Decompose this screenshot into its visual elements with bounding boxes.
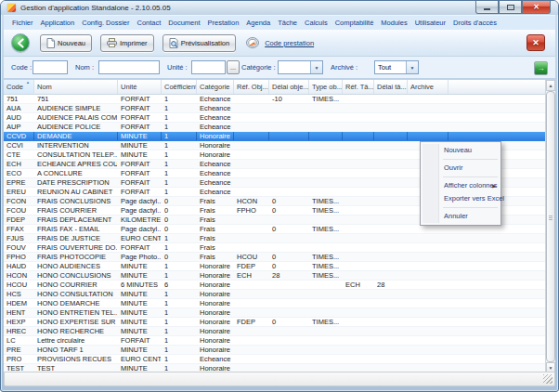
table-row[interactable]: AUA AUDIENCE SIMPLE FORFAIT 1 Echeance xyxy=(4,104,545,113)
cell-type-obj xyxy=(309,104,343,112)
table-row[interactable]: AUD AUDIENCE PALAIS COM... FORFAIT 1 Ech… xyxy=(4,113,545,123)
context-menu-item[interactable]: Exporter vers Excel ▶ xyxy=(421,192,500,205)
menubar-item[interactable]: Tâche xyxy=(274,19,301,27)
column-header[interactable]: Type ob... xyxy=(309,80,343,94)
cell-ref-tache xyxy=(343,150,374,159)
menubar-item[interactable]: Document xyxy=(164,19,203,27)
cell-nom: HONO DEMARCHE xyxy=(34,299,118,307)
table-row[interactable]: HEXP HONO EXPERTISE SUR ... MINUTE 1 Hon… xyxy=(4,318,545,327)
cell-code: FDEP xyxy=(4,216,34,224)
menubar-item[interactable]: Comptabilité xyxy=(332,19,378,27)
print-preview-icon xyxy=(169,38,178,48)
cell-delai-obj: 0 xyxy=(269,262,309,270)
code-prestation-link[interactable]: Code prestation xyxy=(265,39,314,47)
table-row[interactable]: FJUS FRAIS DE JUSTICE EURO CENT 1 Frais xyxy=(4,234,545,243)
menubar-item[interactable]: Application xyxy=(37,19,79,27)
context-menu-item[interactable]: Nouveau ▶ xyxy=(421,144,500,157)
table-row[interactable]: HCS HONO CONSULTATION MINUTE 1 Honoraire xyxy=(4,290,545,299)
table-row[interactable]: FOUV FRAIS OUVERTURE DO... FORFAIT 1 Fra… xyxy=(4,243,545,253)
table-row[interactable]: PRE HONO TARF 1 MINUTE 1 Honoraire xyxy=(4,346,545,355)
table-row[interactable]: HAUD HONO AUDIENCES MINUTE 1 Honoraire F… xyxy=(4,262,545,271)
cell-delai-obj xyxy=(269,132,309,140)
table-row[interactable]: CCVD DEMANDE MINUTE 1 Honoraire xyxy=(4,132,545,141)
cell-type-obj: TIMES... xyxy=(309,206,343,215)
close-panel-button[interactable]: ✕ xyxy=(526,34,545,51)
minimize-button[interactable] xyxy=(475,1,499,14)
column-header[interactable]: Délai tâ... xyxy=(374,80,408,94)
table-row[interactable]: HREC HONO RECHERCHE MINUTE 1 Honoraire xyxy=(4,327,545,336)
cell-coefficient: 1 xyxy=(162,113,197,122)
vertical-scrollbar[interactable]: ▲ ▼ xyxy=(545,80,555,373)
context-menu-item[interactable]: Annuler ▶ xyxy=(421,210,500,223)
column-header[interactable]: Archive xyxy=(408,80,448,94)
context-menu-item[interactable]: Afficher colonnes ▶ xyxy=(421,179,500,192)
table-row[interactable]: FPHO FRAIS PHOTOCOPIE Page Photo... 0 Fr… xyxy=(4,253,545,262)
menubar-item[interactable]: Contact xyxy=(134,19,165,27)
back-button[interactable] xyxy=(11,33,30,52)
cell-nom: FRAIS COURRIER xyxy=(34,206,118,215)
table-row[interactable]: FFAX FRAIS FAX - EMAIL Page dactyl... 0 … xyxy=(4,225,545,234)
code-filter-input[interactable] xyxy=(32,60,68,74)
scroll-up-button[interactable]: ▲ xyxy=(546,80,555,91)
categorie-dropdown[interactable]: ▼ xyxy=(278,60,323,74)
new-button[interactable]: Nouveau xyxy=(40,34,92,52)
table-row[interactable]: HCOU HONO COURRIER 6 MINUTES 6 Honoraire… xyxy=(4,281,545,290)
unite-filter-input[interactable] xyxy=(191,60,226,74)
menubar-item[interactable]: Droits d'accès xyxy=(449,19,500,27)
cell-archive xyxy=(408,355,448,363)
context-menu-item[interactable]: Ouvrir ▶ xyxy=(421,162,500,175)
cell-categorie: Frais xyxy=(197,253,234,261)
column-header[interactable]: Délai obje... xyxy=(269,80,309,94)
preview-button[interactable]: Prévisualisation xyxy=(162,34,237,52)
nom-filter-input[interactable] xyxy=(98,60,160,74)
menubar-item[interactable]: Agenda xyxy=(242,19,274,27)
cell-delai-obj xyxy=(269,113,309,122)
archive-dropdown[interactable]: Tout ▼ xyxy=(374,60,419,74)
menubar-item[interactable]: Modules xyxy=(377,19,410,27)
table-row[interactable]: HDEM HONO DEMARCHE MINUTE 1 Honoraire xyxy=(4,299,545,308)
cell-unite: FORFAIT xyxy=(118,336,162,345)
menubar-item[interactable]: Calculs xyxy=(301,19,332,27)
column-header[interactable]: Réf. Obj... xyxy=(234,80,269,94)
table-row[interactable]: HENT HONO ENTRETIEN TEL... MINUTE 1 Hono… xyxy=(4,308,545,318)
cell-nom: HONO CONSULTATION xyxy=(34,290,118,298)
cell-coefficient: 0 xyxy=(162,206,197,215)
column-header[interactable]: Unité xyxy=(118,80,162,94)
column-header[interactable]: Code xyxy=(4,80,34,94)
menubar-item[interactable]: Utilisateur xyxy=(411,19,449,27)
cell-ref-tache xyxy=(343,141,374,150)
column-header[interactable]: Coëfficient xyxy=(162,80,197,94)
column-header[interactable]: Nom xyxy=(34,80,118,94)
table-row[interactable]: AUP AUDIENCE POLICE FORFAIT 1 Echeance xyxy=(4,123,545,132)
column-header[interactable]: Catégorie xyxy=(197,80,234,94)
cell-coefficient: 1 xyxy=(162,318,197,326)
minimize-icon xyxy=(484,8,490,10)
scrollbar-thumb[interactable] xyxy=(546,91,555,362)
cell-unite: EURO CENT xyxy=(118,355,162,363)
cell-categorie: Echeance xyxy=(197,188,234,196)
menubar-item[interactable]: Fichier xyxy=(8,19,37,27)
print-button[interactable]: Imprimer xyxy=(100,34,154,52)
cell-type-obj: TIMES... xyxy=(309,95,343,103)
table-row[interactable]: LC Lettre circulaire FORFAIT 1 Honoraire xyxy=(4,336,545,346)
maximize-button[interactable] xyxy=(499,1,522,14)
cell-unite: MINUTE xyxy=(118,132,162,140)
resize-grip[interactable] xyxy=(543,374,552,384)
search-go-button[interactable]: → xyxy=(534,61,548,75)
cell-ref-obj xyxy=(234,225,269,233)
table-row[interactable]: PRO PROVISIONS RECUES EURO CENT 1 Echean… xyxy=(4,355,545,364)
column-header[interactable]: Réf. Tâ... xyxy=(343,80,374,94)
table-row[interactable]: HCON HONO CONCLUSIONS MINUTE 1 Honoraire… xyxy=(4,271,545,281)
cell-delai-tache xyxy=(374,355,408,363)
cell-nom: AUDIENCE PALAIS COM... xyxy=(34,113,118,122)
close-button[interactable]: ✕ xyxy=(522,1,551,14)
cell-ref-tache xyxy=(343,225,374,233)
cell-nom: Lettre circulaire xyxy=(34,336,118,345)
table-row[interactable]: 751 751 FORFAIT 1 Echeance -10 TIMES... xyxy=(4,95,545,104)
menubar-item[interactable]: Prestation xyxy=(204,19,243,27)
cell-delai-tache xyxy=(374,123,408,131)
browse-button[interactable]: ... xyxy=(227,60,240,74)
cell-ref-obj xyxy=(234,281,269,289)
menubar-item[interactable]: Config. Dossier xyxy=(78,19,133,27)
cell-ref-obj xyxy=(234,132,269,140)
